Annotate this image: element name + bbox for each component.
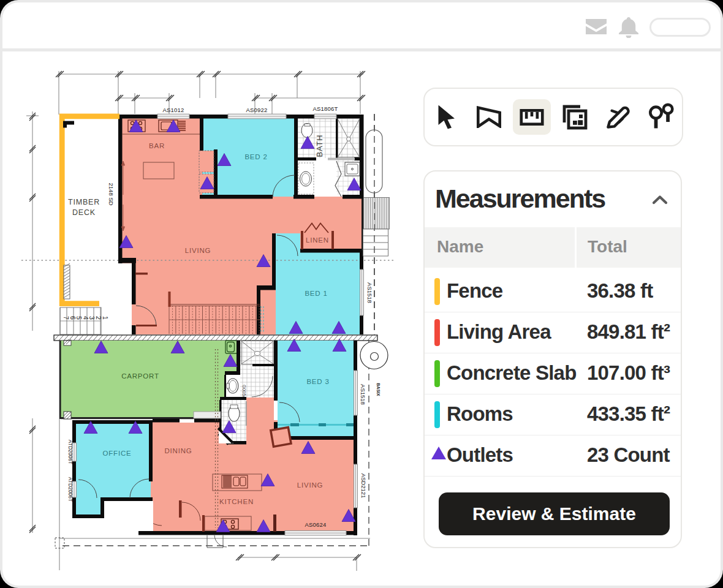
svg-text:BATH: BATH [315,135,324,157]
svg-text:KITCHEN: KITCHEN [219,498,254,505]
svg-text:LIVING: LIVING [297,481,324,489]
svg-text:DINING: DINING [164,447,192,454]
svg-text:AS0624: AS0624 [305,521,326,528]
svg-text:BAR: BAR [149,142,165,149]
svg-text:AS0922: AS0922 [246,107,267,113]
svg-text:ATD2006T: ATD2006T [67,440,74,464]
svg-text:TIMBER: TIMBER [68,198,100,206]
svg-text:DECK: DECK [72,208,96,217]
svg-text:3: 3 [88,316,96,320]
svg-text:ASD2121: ASD2121 [360,473,367,499]
svg-text:CARPORT: CARPORT [121,372,159,380]
svg-text:7: 7 [62,316,70,320]
svg-text:1: 1 [102,316,109,320]
svg-text:BED 3: BED 3 [306,378,329,385]
svg-text:BED 2: BED 2 [244,153,267,160]
svg-text:ATD2006T: ATD2006T [67,477,74,502]
svg-text:5: 5 [75,316,83,320]
svg-text:2148 SD: 2148 SD [108,183,115,206]
svg-text:2: 2 [95,316,102,320]
svg-text:AS1012: AS1012 [162,107,184,113]
svg-text:OFFICE: OFFICE [103,450,132,457]
svg-text:AS1518: AS1518 [360,384,366,405]
svg-text:BASIX: BASIX [376,383,380,396]
svg-text:G005A: G005A [241,385,247,399]
svg-text:LINEN: LINEN [306,236,329,244]
svg-text:AS1806T: AS1806T [312,105,338,112]
svg-text:BED 1: BED 1 [305,290,327,297]
svg-text:AS1518: AS1518 [366,282,373,303]
svg-text:LIVING: LIVING [185,247,211,254]
